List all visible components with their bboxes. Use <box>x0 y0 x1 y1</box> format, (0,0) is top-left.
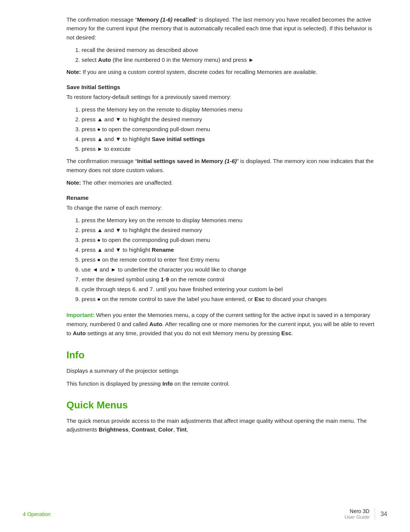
save-initial-heading: Save Initial Settings <box>66 84 380 90</box>
footer-product-name: Nero 3D <box>344 508 369 514</box>
info-heading: Info <box>66 349 380 361</box>
footer-page-number: 34 <box>375 508 410 520</box>
list-item: recall the desired memory as described a… <box>82 46 380 55</box>
intro-steps-list: recall the desired memory as described a… <box>82 46 380 64</box>
content-area: The confirmation message “Memory (1-6) r… <box>66 15 380 434</box>
list-item: press ▲ and ▼ to highlight Rename <box>82 245 380 254</box>
note-2-label: Note: <box>66 179 81 186</box>
note-1: Note: If you are using a custom control … <box>66 67 380 76</box>
list-item: press ● on the remote control to save th… <box>82 295 380 304</box>
list-item: press ● to open the corresponding pull-d… <box>82 235 380 245</box>
quick-menus-para: The quick menus provide access to the ma… <box>66 416 380 434</box>
list-item: cycle through steps 6. and 7. until you … <box>82 285 380 294</box>
list-item: press ▲ and ▼ to highlight the desired m… <box>82 226 380 235</box>
quick-menus-heading: Quick Menus <box>66 399 380 411</box>
list-item: press ▲ and ▼ to highlight Save initial … <box>82 135 380 144</box>
footer-guide-label: User Guide <box>344 514 369 520</box>
rename-intro: To change the name of each memory: <box>66 203 380 212</box>
note-label: Note: <box>66 69 81 75</box>
page: The confirmation message “Memory (1-6) r… <box>0 0 410 532</box>
footer-product: Nero 3D User Guide <box>344 508 375 520</box>
page-footer: 4 Operation Nero 3D User Guide 34 <box>0 508 410 520</box>
important-label: Important: <box>66 312 95 318</box>
list-item: press ● on the remote control to enter T… <box>82 255 380 264</box>
list-item: press the Memory key on the remote to di… <box>82 216 380 225</box>
note-2: Note: The other memories are unaffected. <box>66 178 380 187</box>
list-item: press ▲ and ▼ to highlight the desired m… <box>82 115 380 124</box>
footer-right: Nero 3D User Guide 34 <box>344 508 410 520</box>
footer-section-label: 4 Operation <box>23 511 50 517</box>
save-initial-steps: press the Memory key on the remote to di… <box>82 105 380 154</box>
info-para-1: Displays a summary of the projector sett… <box>66 366 380 375</box>
save-confirm-para: The confirmation message “Initial settin… <box>66 157 380 174</box>
rename-steps: press the Memory key on the remote to di… <box>82 216 380 304</box>
list-item: press ► to execute <box>82 144 380 154</box>
intro-paragraph: The confirmation message “Memory (1-6) r… <box>66 15 380 42</box>
list-item: use ◄ and ► to underline the character y… <box>82 265 380 274</box>
info-para-2: This function is displayed by pressing I… <box>66 379 380 388</box>
rename-section: Rename To change the name of each memory… <box>66 195 380 338</box>
list-item: press the Memory key on the remote to di… <box>82 105 380 114</box>
list-item: enter the desired symbol using 1‑9 on th… <box>82 275 380 284</box>
save-initial-intro: To restore factory-default settings for … <box>66 93 380 101</box>
save-initial-section: Save Initial Settings To restore factory… <box>66 84 380 187</box>
important-para: Important: When you enter the Memories m… <box>66 311 380 338</box>
list-item: select Auto (the line numbered 0 in the … <box>82 55 380 64</box>
rename-heading: Rename <box>66 195 380 201</box>
list-item: press ● to open the corresponding pull-d… <box>82 125 380 134</box>
